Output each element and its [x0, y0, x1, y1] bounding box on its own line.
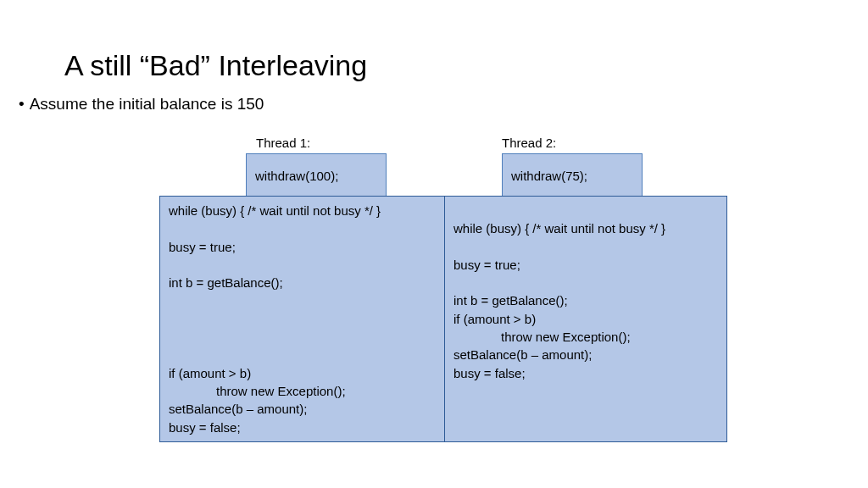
slide-title: A still “Bad” Interleaving [64, 49, 367, 82]
code-line: while (busy) { /* wait until not busy */… [169, 203, 381, 218]
thread1-label: Thread 1: [256, 136, 502, 150]
thread2-label: Thread 2: [502, 136, 556, 150]
diagram-container: Thread 1: Thread 2: withdraw(100); withd… [159, 136, 727, 442]
thread1-call-box: withdraw(100); [246, 153, 387, 197]
assumption-line: •Assume the initial balance is 150 [19, 95, 264, 114]
thread2-code: while (busy) { /* wait until not busy */… [444, 196, 727, 442]
code-table: while (busy) { /* wait until not busy */… [159, 196, 727, 442]
code-line: throw new Exception(); [453, 328, 718, 346]
code-line: int b = getBalance(); [169, 275, 283, 290]
code-line: setBalance(b – amount); [169, 402, 307, 416]
code-line: if (amount > b) [453, 312, 536, 326]
code-line: throw new Exception(); [169, 382, 436, 400]
bullet-icon: • [19, 95, 25, 114]
thread2-call-box: withdraw(75); [502, 153, 643, 197]
assumption-text: Assume the initial balance is 150 [30, 95, 264, 113]
code-line: busy = false; [453, 366, 526, 380]
thread-labels-row: Thread 1: Thread 2: [159, 136, 727, 150]
code-line: busy = true; [453, 258, 520, 272]
code-line: setBalance(b – amount); [453, 347, 592, 362]
thread1-code: while (busy) { /* wait until not busy */… [159, 196, 444, 442]
code-line: if (amount > b) [169, 366, 251, 380]
code-line: int b = getBalance(); [453, 293, 568, 308]
call-boxes-row: withdraw(100); withdraw(75); [159, 153, 727, 197]
code-line: busy = false; [169, 420, 241, 435]
code-line: while (busy) { /* wait until not busy */… [453, 221, 665, 236]
code-line: busy = true; [169, 240, 236, 254]
